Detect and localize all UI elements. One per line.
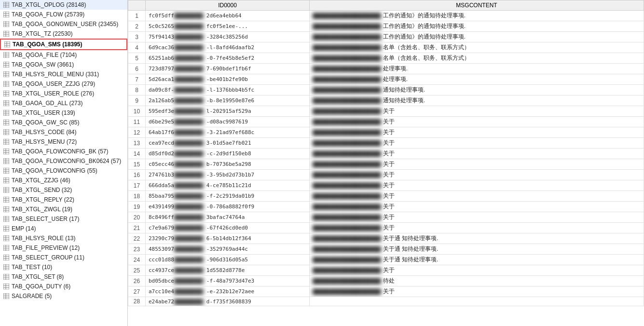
table-icon <box>3 90 10 97</box>
table-row[interactable]: 24ccc01d88██████████ -906d316d05a5██████… <box>128 255 644 265</box>
sidebar-item-label: TAB_TEST (10) <box>12 264 52 271</box>
sidebar-item-27[interactable]: TAB_TEST (10) <box>0 262 127 272</box>
sidebar-item-9[interactable]: TAB_XTGL_USER_ROLE (276) <box>0 89 127 98</box>
sidebar-item-19[interactable]: TAB_XTGL_SEND (32) <box>0 185 127 195</box>
row-msg <box>310 297 644 306</box>
sidebar-item-30[interactable]: SALGRADE (5) <box>0 291 127 301</box>
sidebar-item-28[interactable]: TAB_XTGL_SET (8) <box>0 272 127 282</box>
table-row[interactable]: 565251ab6██████████ -0-7fe45b8e5ef2█████… <box>128 53 644 64</box>
row-msg: ████████████████████关于 <box>310 170 644 180</box>
row-id: cc4937ce██████████ 1d5582d8778e <box>146 265 310 276</box>
table-row[interactable]: 21c7e9a679██████████ -67f426cd0ed0██████… <box>128 223 644 233</box>
row-num: 6 <box>128 64 146 74</box>
sidebar-item-6[interactable]: TAB_QGOA_SW (3661) <box>0 60 127 69</box>
table-row[interactable]: 28e24abe72██████████ d-f735f3608839 <box>128 297 644 306</box>
table-row[interactable]: 1885baa795██████████ -f-2c2919da01b9████… <box>128 191 644 202</box>
table-icon <box>3 283 10 290</box>
sidebar-item-7[interactable]: TAB_HLSYS_ROLE_MENU (331) <box>0 69 127 79</box>
row-id: 48553097██████████ -3529769ad44c <box>146 244 310 255</box>
table-row[interactable]: 46d9cac36██████████ -l-8afd46daafb2█████… <box>128 42 644 53</box>
row-num: 25 <box>128 265 146 276</box>
table-icon <box>3 52 10 58</box>
table-row[interactable]: 1264ab17f6██████████ -3-21ad97ef688c████… <box>128 127 644 138</box>
sidebar-item-22[interactable]: TAB_SELECT_USER (17) <box>0 214 127 224</box>
sidebar-item-label: TAB_QGOA_FLOWCONFIG_BK (57) <box>12 148 108 155</box>
table-row[interactable]: 10595edf3e██████████ l-202915af529a█████… <box>128 106 644 117</box>
sidebar-item-24[interactable]: TAB_HLSYS_ROLE (13) <box>0 233 127 243</box>
sidebar-item-16[interactable]: TAB_QGOA_FLOWCONFIG_BK0624 (57) <box>0 156 127 166</box>
sidebar-item-12[interactable]: TAB_QGOA_GW_SC (85) <box>0 118 127 127</box>
svg-rect-8 <box>3 21 9 27</box>
sidebar-item-13[interactable]: TAB_HLSYS_CODE (84) <box>0 127 127 137</box>
table-icon <box>3 158 10 164</box>
row-num: 16 <box>128 170 146 180</box>
table-row[interactable]: 25cc4937ce██████████ 1d5582d8778e███████… <box>128 265 644 276</box>
table-row[interactable]: 6723d8797██████████ 7-690bdef1fb6f██████… <box>128 64 644 74</box>
sidebar-item-25[interactable]: TAB_FILE_PREVIEW (12) <box>0 243 127 253</box>
row-msg: ████████████████████关于 <box>310 149 644 159</box>
sidebar-item-23[interactable]: EMP (14) <box>0 224 127 233</box>
sidebar-item-29[interactable]: TAB_QGOA_DUTY (6) <box>0 282 127 291</box>
svg-rect-112 <box>3 274 9 280</box>
table-row[interactable]: 11d6be29e5██████████ -d08ac9987619██████… <box>128 117 644 127</box>
sidebar-item-1[interactable]: TAB_QGOA_FLOW (25739) <box>0 10 127 19</box>
table-wrapper[interactable]: ID0000 MSGCONTENT 1fc0f5dff██████████ 2d… <box>128 0 644 326</box>
row-id: cea97ecd██████████ 3-01d5ae7fb021 <box>146 138 310 149</box>
sidebar-item-0[interactable]: TAB_XTGL_OPLOG (28148) <box>0 0 127 10</box>
row-id: 75f94143██████████ -3284c385256d <box>146 32 310 42</box>
row-id: da09c8f-██████████ -l-1376bbb4b5fc <box>146 85 310 95</box>
sidebar-item-14[interactable]: TAB_HLSYS_MENU (72) <box>0 137 127 147</box>
sidebar-item-2[interactable]: TAB_QGOA_GONGWEN_USER (23455) <box>0 19 127 29</box>
sidebar-item-18[interactable]: TAB_XTGL_ZZJG (46) <box>0 176 127 185</box>
sidebar-item-4[interactable]: TAB_QGOA_SMS (18395) <box>0 39 127 50</box>
sidebar-item-20[interactable]: TAB_XTGL_REPLY (22) <box>0 195 127 204</box>
row-msg: ████████████████████关于 <box>310 202 644 212</box>
svg-rect-64 <box>3 158 9 164</box>
table-row[interactable]: 26bd05dbce██████████ -f-48a7973d47e3████… <box>128 276 644 286</box>
sidebar-item-26[interactable]: TAB_SELECT_GROUP (11) <box>0 253 127 262</box>
table-row[interactable]: 27a7cc10e4██████████ -e-232b12e72aee████… <box>128 286 644 297</box>
table-row[interactable]: 208c8496ff██████████ 3bafac74764a███████… <box>128 212 644 223</box>
table-row[interactable]: 92a126ab5██████████ -b-8e19950e87e6█████… <box>128 95 644 106</box>
sidebar-item-21[interactable]: TAB_XTGL_ZWGL (19) <box>0 204 127 214</box>
table-row[interactable]: 75d26aca1██████████ -be401b2fe90b███████… <box>128 74 644 85</box>
svg-rect-72 <box>3 177 9 183</box>
sidebar-item-3[interactable]: TAB_XTGL_TZ (22530) <box>0 29 127 39</box>
table-row[interactable]: 16274761b3██████████ -3-95bd2d73b1b7████… <box>128 170 644 180</box>
table-row[interactable]: 25c0c5265██████████ fc0f5e1ee-...███████… <box>128 21 644 32</box>
row-id: 5d26aca1██████████ -be401b2fe90b <box>146 74 310 85</box>
sidebar-item-11[interactable]: TAB_XTGL_USER (139) <box>0 108 127 118</box>
sidebar-item-label: TAB_XTGL_ZWGL (19) <box>12 206 72 213</box>
table-icon <box>4 41 11 48</box>
svg-rect-120 <box>3 293 9 299</box>
sidebar: TAB_XTGL_OPLOG (28148)TAB_QGOA_FLOW (257… <box>0 0 128 326</box>
row-num: 2 <box>128 21 146 32</box>
table-row[interactable]: 17666dda5a██████████ 4-ce785b11c21d█████… <box>128 180 644 191</box>
row-id: 23290c79██████████ 6-5b14db12f364 <box>146 233 310 244</box>
table-row[interactable]: 8da09c8f-██████████ -l-1376bbb4b5fc█████… <box>128 85 644 95</box>
sidebar-item-8[interactable]: TAB_QGOA_USER_ZZJG (279) <box>0 79 127 89</box>
row-id: bd05dbce██████████ -f-48a7973d47e3 <box>146 276 310 286</box>
row-num: 18 <box>128 191 146 202</box>
table-icon <box>3 109 10 116</box>
table-row[interactable]: 375f94143██████████ -3284c385256d███████… <box>128 32 644 42</box>
table-row[interactable]: 13cea97ecd██████████ 3-01d5ae7fb021█████… <box>128 138 644 149</box>
sidebar-item-15[interactable]: TAB_QGOA_FLOWCONFIG_BK (57) <box>0 147 127 156</box>
sidebar-item-10[interactable]: TAB_GAOA_GD_ALL (273) <box>0 98 127 108</box>
row-msg: ████████████████████待处 <box>310 276 644 286</box>
row-num: 24 <box>128 255 146 265</box>
table-row[interactable]: 1fc0f5dff██████████ 2d6ea4ebb64█████████… <box>128 11 644 21</box>
table-row[interactable]: 2348553097██████████ -3529769ad44c██████… <box>128 244 644 255</box>
table-row[interactable]: 15c05ecc46██████████ b-70736be5a298█████… <box>128 159 644 170</box>
table-row[interactable]: 19e4391499██████████ -0-786a8882f0f9████… <box>128 202 644 212</box>
table-row[interactable]: 2223290c79██████████ 6-5b14db12f364█████… <box>128 233 644 244</box>
table-row[interactable]: 14d85df0d2██████████ -c-2d9df150eb8█████… <box>128 149 644 159</box>
sidebar-item-5[interactable]: TAB_QGOA_FILE (7104) <box>0 50 127 60</box>
sidebar-item-label: TAB_QGOA_FLOWCONFIG_BK0624 (57) <box>12 158 121 164</box>
svg-rect-108 <box>3 264 9 270</box>
row-id: c05ecc46██████████ b-70736be5a298 <box>146 159 310 170</box>
sidebar-item-label: TAB_GAOA_GD_ALL (273) <box>12 100 82 107</box>
table-icon <box>3 138 10 145</box>
sidebar-item-17[interactable]: TAB_QGOA_FLOWCONFIG (55) <box>0 166 127 176</box>
table-body: 1fc0f5dff██████████ 2d6ea4ebb64█████████… <box>128 11 644 306</box>
